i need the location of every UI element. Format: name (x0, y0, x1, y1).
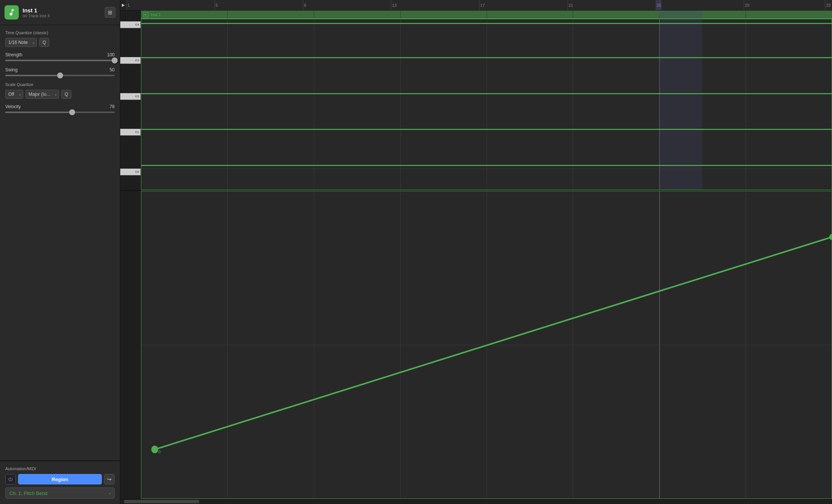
scale-quantize-label: Scale Quantize (5, 82, 115, 87)
strength-value: 100 (107, 52, 115, 57)
strength-slider-fill (5, 60, 115, 61)
scale-off-dropdown-wrapper: Off On (5, 90, 23, 99)
header-expand-button[interactable]: ⊞ (105, 7, 115, 18)
piano-label-c2: C2 (135, 95, 139, 98)
inst-header: Inst 1 on Track Inst 4 ⊞ (0, 0, 120, 25)
piano-label-c0: C0 (135, 170, 139, 174)
timeline-mark-25: 25 (656, 0, 661, 10)
piano-key-c3[interactable]: C3 (120, 57, 141, 64)
left-panel: Inst 1 on Track Inst 4 ⊞ Time Quantize (… (0, 0, 120, 504)
instrument-icon (5, 5, 19, 20)
notes-area: .piano-kb-row { position: absolute; widt… (120, 11, 832, 191)
inst-title-group: Inst 1 on Track Inst 4 (23, 7, 101, 18)
note-line-c4 (141, 23, 832, 24)
note-line-c1 (141, 129, 832, 130)
timeline-mark-13: 13 (391, 0, 396, 10)
timeline-mark-9: 9 (303, 0, 306, 10)
note-line-c3 (141, 57, 832, 58)
piano-key-c2[interactable]: C2 (120, 93, 141, 100)
timeline-mark-1: 1 (126, 0, 130, 10)
velocity-slider-fill (5, 112, 72, 113)
swing-slider-track (5, 75, 115, 76)
automation-curve-svg (141, 191, 832, 499)
velocity-slider-container (5, 112, 115, 113)
quantize-row: 1/16 Note 1/8 Note 1/4 Note Q (5, 38, 115, 47)
velocity-slider-thumb[interactable] (69, 109, 75, 115)
swing-param-row: Swing 50 (5, 67, 115, 72)
notes-grid-bg (141, 11, 832, 190)
scale-quantize-row: Off On Major (Io... Minor Pentatonic Q (5, 90, 115, 99)
note-line-c2 (141, 93, 832, 94)
swing-label: Swing (5, 67, 18, 72)
timeline-ruler: 1 5 9 13 17 21 25 29 33 (126, 0, 832, 10)
scale-type-dropdown-wrapper: Major (Io... Minor Pentatonic (26, 90, 59, 99)
swing-slider-thumb[interactable] (57, 72, 63, 78)
music-icon (8, 8, 16, 17)
swing-slider-container (5, 75, 115, 76)
inst-name: Inst 1 (23, 7, 101, 14)
timeline-mark-21: 21 (567, 0, 573, 10)
piano-label-c1: C1 (135, 130, 139, 134)
strength-slider-container (5, 60, 115, 61)
piano-key-c4[interactable]: C4 (120, 21, 141, 28)
scrollbar-thumb[interactable] (124, 500, 199, 503)
velocity-value: 78 (110, 104, 115, 109)
swing-slider-fill (5, 75, 60, 76)
quantize-q-button[interactable]: Q (39, 38, 49, 47)
strength-slider-track (5, 60, 115, 61)
automation-point-label: 0 (158, 450, 160, 454)
strength-label: Strength (5, 52, 22, 57)
piano-keyboard: .piano-kb-row { position: absolute; widt… (120, 11, 141, 190)
controls-section: Time Quantize (classic) 1/16 Note 1/8 No… (0, 25, 120, 461)
swing-value: 50 (110, 67, 115, 72)
automation-midi-label: Automation/MIDI (5, 466, 115, 471)
svg-point-2 (829, 234, 832, 240)
automation-grid: 0 (141, 191, 832, 499)
time-quantize-label: Time Quantize (classic) (5, 30, 115, 35)
timeline-mark-33: 33 (825, 0, 830, 10)
piano-sidebar-automation (120, 191, 141, 499)
automation-power-button[interactable] (5, 474, 16, 484)
piano-key-c0[interactable]: C0 (120, 169, 141, 175)
timeline-mark-29: 29 (744, 0, 749, 10)
svg-point-1 (151, 446, 158, 454)
pitch-bend-dropdown[interactable]: Ch. 1: Pitch Bend Ch. 1: Modulation Ch. … (5, 487, 115, 499)
bottom-scrollbar[interactable] (120, 499, 832, 504)
region-play-button[interactable]: ▶ (143, 12, 148, 17)
pitch-bend-dropdown-wrapper: Ch. 1: Pitch Bend Ch. 1: Modulation Ch. … (5, 487, 115, 499)
timeline-header: ▶ 1 5 9 13 17 21 25 29 33 (120, 0, 832, 11)
right-panel: ▶ 1 5 9 13 17 21 25 29 33 .piano-kb-row … (120, 0, 832, 504)
velocity-slider-track (5, 112, 115, 113)
svg-line-0 (155, 237, 832, 450)
region-name: Inst 1 (151, 12, 161, 17)
notes-grid-container: ▶ Inst 1 (141, 11, 832, 190)
velocity-param-row: Velocity 78 (5, 104, 115, 109)
timeline-mark-5: 5 (215, 0, 218, 10)
scale-off-dropdown[interactable]: Off On (5, 90, 23, 99)
note-line-c0 (141, 165, 832, 166)
region-button[interactable]: Region (18, 474, 102, 484)
scale-q-button[interactable]: Q (61, 90, 71, 99)
piano-label-c4: C4 (135, 23, 139, 26)
automation-area: 0 (120, 191, 832, 499)
timeline-mark-17: 17 (479, 0, 485, 10)
piano-key-c1[interactable]: C1 (120, 129, 141, 136)
region-header-bar: ▶ Inst 1 (141, 11, 832, 19)
editor-area: .piano-kb-row { position: absolute; widt… (120, 11, 832, 504)
piano-label-c3: C3 (135, 59, 139, 62)
strength-slider-thumb[interactable] (112, 57, 118, 63)
redirect-button[interactable]: ↪ (104, 474, 115, 484)
note-value-dropdown-wrapper: 1/16 Note 1/8 Note 1/4 Note (5, 38, 37, 47)
inst-track: on Track Inst 4 (23, 14, 101, 18)
automation-midi-section: Automation/MIDI Region ↪ Ch. 1: Pitch Be… (0, 461, 120, 504)
strength-param-row: Strength 100 (5, 52, 115, 57)
velocity-label: Velocity (5, 104, 21, 109)
note-value-dropdown[interactable]: 1/16 Note 1/8 Note 1/4 Note (5, 38, 37, 47)
timeline-cursor-arrow: ▶ (120, 3, 126, 8)
scale-type-dropdown[interactable]: Major (Io... Minor Pentatonic (26, 90, 59, 99)
automation-row1: Region ↪ (5, 474, 115, 484)
